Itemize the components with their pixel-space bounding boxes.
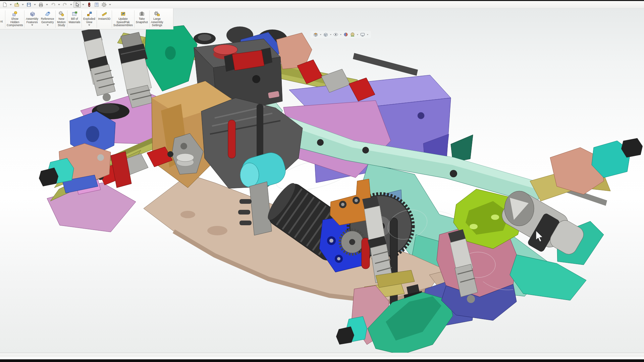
select-dropdown-caret[interactable] — [82, 4, 84, 5]
toolbar-button-large-assembly-settings[interactable]: Large Assembly Settings — [150, 10, 165, 29]
reference-geometry-caret[interactable] — [47, 24, 49, 26]
update-speedpak-icon — [120, 10, 126, 17]
large-assembly-settings-icon — [154, 10, 160, 17]
save-dropdown-caret[interactable] — [34, 4, 36, 5]
wheel-nut-front-left[interactable] — [39, 168, 58, 186]
scene-sphere-icon — [350, 32, 355, 37]
open-dropdown-caret[interactable] — [22, 4, 24, 5]
quick-access-toolbar — [1, 1, 112, 8]
view-settings-button[interactable] — [359, 31, 366, 38]
exploded-view-icon — [86, 10, 92, 17]
toolbar-button-new-motion-study[interactable]: New Motion Study — [56, 10, 67, 29]
display-settings-icon — [360, 32, 365, 37]
toolbar-button-show-hidden-components[interactable]: Show Hidden Components — [5, 10, 24, 29]
new-dropdown-caret[interactable] — [10, 4, 12, 5]
section-view-caret[interactable] — [320, 34, 321, 35]
apply-scene-button[interactable] — [349, 31, 356, 38]
appearance-sphere-icon — [343, 32, 348, 37]
command-manager: nt Show Hidden Components Assembly Featu… — [0, 8, 173, 29]
eye-icon — [333, 32, 338, 37]
take-snapshot-icon — [139, 10, 145, 17]
section-view-icon — [313, 32, 318, 37]
toolbar-button-assembly-features[interactable]: Assembly Features — [24, 10, 40, 29]
heads-up-view-toolbar — [311, 31, 371, 38]
redo-button[interactable] — [61, 1, 69, 8]
edit-appearance-button[interactable] — [342, 31, 349, 38]
save-button[interactable] — [25, 1, 33, 8]
assembly-features-icon — [29, 10, 35, 17]
reference-geometry-icon — [45, 10, 51, 17]
green-bracket[interactable] — [144, 25, 197, 91]
redo-icon — [62, 2, 68, 7]
toolbar-button-take-snapshot[interactable]: Take Snapshot — [135, 10, 149, 29]
xpress-products-button[interactable] — [86, 1, 93, 8]
pull-start-rod[interactable] — [228, 120, 235, 158]
options-button[interactable] — [100, 1, 108, 8]
partial-button-label: nt — [0, 20, 3, 23]
select-cursor-icon — [74, 2, 80, 7]
hide-show-caret[interactable] — [340, 34, 341, 35]
status-bar — [0, 353, 644, 356]
task-pane-strip — [0, 356, 644, 359]
print-dropdown-caret[interactable] — [46, 4, 48, 5]
vertical-rod-right[interactable] — [390, 218, 397, 313]
toolbar-button-bill-of-materials[interactable]: Bill of Materials — [67, 10, 82, 29]
steering-rod[interactable] — [353, 53, 418, 76]
undo-button[interactable] — [49, 1, 57, 8]
show-hidden-components-icon — [12, 10, 18, 17]
options-gear-icon — [101, 2, 107, 7]
undo-icon — [50, 2, 56, 7]
section-view-button[interactable] — [312, 31, 319, 38]
xpress-products-icon — [87, 2, 92, 7]
toolbar-button-reference-geometry[interactable]: Reference Geometry — [40, 10, 55, 29]
antenna-rod[interactable] — [257, 104, 263, 158]
solidworks-window: { "window": { "title": "Assem_3DP_HPI-WR… — [0, 0, 644, 362]
assembly-features-caret[interactable] — [31, 24, 33, 26]
redo-dropdown-caret[interactable] — [70, 4, 72, 5]
menu-bar — [0, 1, 644, 8]
new-document-button[interactable] — [1, 1, 8, 8]
file-properties-icon — [94, 2, 99, 7]
wheel-nut-rear-left[interactable] — [336, 326, 354, 345]
open-icon — [14, 2, 19, 7]
view-orientation-icon — [323, 32, 328, 37]
print-button[interactable] — [37, 1, 45, 8]
options-dropdown-caret[interactable] — [109, 4, 111, 5]
toolbar-button-instant3d[interactable]: Instant3D — [97, 10, 112, 29]
undo-dropdown-caret[interactable] — [58, 4, 60, 5]
toolbar-button-exploded-view[interactable]: Exploded View — [82, 10, 96, 29]
view-settings-caret[interactable] — [367, 34, 368, 35]
instant3d-icon — [101, 10, 107, 17]
exploded-view-caret[interactable] — [88, 24, 90, 26]
toolbar-button-update-speedpak[interactable]: Update SpeedPak Subassemblies — [112, 10, 134, 29]
assembly-model[interactable] — [0, 0, 644, 362]
bill-of-materials-icon — [71, 10, 77, 17]
front-shock-left[interactable] — [82, 27, 115, 101]
select-tool-button[interactable] — [73, 1, 81, 8]
toolbar-button-partial-left[interactable]: nt — [0, 10, 5, 29]
print-icon — [38, 2, 44, 7]
file-properties-button[interactable] — [93, 1, 100, 8]
hide-show-items-button[interactable] — [332, 31, 339, 38]
apply-scene-caret[interactable] — [357, 34, 358, 35]
save-icon — [26, 2, 32, 7]
new-motion-study-icon — [58, 10, 64, 17]
window-bottom-edge — [0, 359, 644, 362]
view-orientation-caret[interactable] — [330, 34, 331, 35]
view-orientation-button[interactable] — [322, 31, 329, 38]
new-document-icon — [2, 2, 7, 7]
open-button[interactable] — [13, 1, 20, 8]
